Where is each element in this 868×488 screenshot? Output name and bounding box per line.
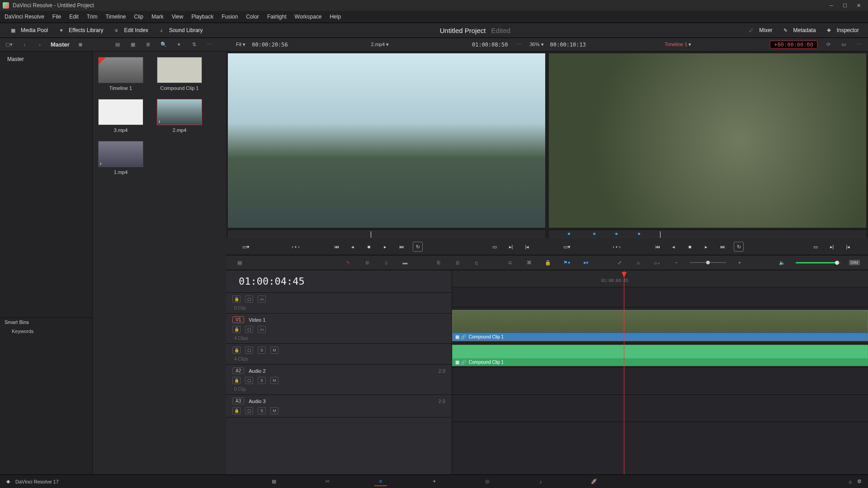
- zoom-in-button[interactable]: +: [734, 258, 745, 267]
- menu-trim[interactable]: Trim: [87, 14, 98, 20]
- audio-clip-label[interactable]: ▦ 🔗 Compound Clip 1: [453, 358, 868, 366]
- lock-icon[interactable]: 🔒: [232, 296, 241, 303]
- source-mode-dropdown[interactable]: ▭▾: [241, 242, 251, 252]
- loop-button[interactable]: ↻: [413, 242, 423, 252]
- selection-tool-button[interactable]: ↖: [343, 258, 354, 267]
- menu-view[interactable]: View: [172, 14, 184, 20]
- auto-select-icon[interactable]: ▢: [245, 347, 253, 354]
- mute-button[interactable]: M: [270, 347, 278, 354]
- dynamic-trim-button[interactable]: ⎀: [381, 258, 392, 267]
- rec-overlay-button[interactable]: ▭: [811, 242, 821, 252]
- mixer-toggle[interactable]: ☄ Mixer: [743, 26, 777, 34]
- menu-edit[interactable]: Edit: [69, 14, 79, 20]
- page-cut[interactable]: ✂: [321, 477, 334, 486]
- single-viewer-button[interactable]: ▭: [839, 40, 848, 49]
- track-header-v1[interactable]: V1Video 1 🔒▢▭ 4 Clips: [226, 314, 452, 344]
- track-header-a2[interactable]: A2Audio 22.0 🔒▢SM 0 Clip: [226, 365, 452, 395]
- menu-file[interactable]: File: [52, 14, 61, 20]
- clip-timeline-1[interactable]: Timeline 1: [98, 57, 143, 91]
- zoom-fit-dropdown[interactable]: Fit ▾: [236, 42, 245, 47]
- record-options-button[interactable]: ⋯: [854, 40, 863, 49]
- track-header-a1[interactable]: 🔒▢SM 4 Clips: [226, 344, 452, 365]
- smart-bin-keywords[interactable]: Keywords: [0, 327, 92, 336]
- custom-zoom-button[interactable]: ⌕▾: [652, 258, 663, 267]
- rec-loop-button[interactable]: ↻: [734, 242, 744, 252]
- current-bin[interactable]: Master: [51, 41, 70, 48]
- track-lanes[interactable]: ▦ 🔗 Compound Clip 1 ▦ 🔗 Compound Clip 1 …: [452, 270, 868, 474]
- search-button[interactable]: 🔍: [159, 40, 168, 49]
- lock-icon[interactable]: 🔒: [232, 377, 241, 384]
- inspector-toggle[interactable]: ✚ Inspector: [821, 26, 863, 34]
- menu-timeline[interactable]: Timeline: [105, 14, 126, 20]
- detail-zoom-button[interactable]: ⌕: [633, 258, 644, 267]
- blade-tool-button[interactable]: ▬: [400, 258, 410, 267]
- search-menu-button[interactable]: ▾: [175, 40, 184, 49]
- track-id-badge[interactable]: A3: [232, 398, 244, 404]
- record-mode-dropdown[interactable]: ▭▾: [562, 242, 572, 252]
- auto-select-icon[interactable]: ▢: [245, 326, 253, 333]
- playhead[interactable]: 01:00:04:45: [624, 270, 624, 474]
- project-settings-button[interactable]: ⚙: [857, 479, 862, 484]
- overlay-button[interactable]: ▭: [490, 242, 500, 252]
- zoom-out-button[interactable]: −: [671, 258, 682, 267]
- menu-color[interactable]: Color: [246, 14, 259, 20]
- page-fairlight[interactable]: ♪: [534, 477, 547, 486]
- goto-out-button[interactable]: |◂: [522, 242, 532, 252]
- nav-back-button[interactable]: ‹: [20, 40, 29, 49]
- record-match-frame-button[interactable]: ‹ • ›: [612, 242, 622, 252]
- source-scrub-bar[interactable]: [228, 230, 545, 239]
- volume-slider[interactable]: [796, 262, 841, 263]
- timecode-entry[interactable]: +00:00:00:00: [770, 41, 817, 49]
- lock-icon[interactable]: 🔒: [232, 347, 241, 354]
- rec-play-button[interactable]: ▸: [701, 242, 711, 252]
- lock-toggle-button[interactable]: 🔒: [542, 258, 553, 267]
- minimize-button[interactable]: ─: [825, 0, 838, 10]
- rec-stop-button[interactable]: ■: [685, 242, 695, 252]
- rec-goto-in-button[interactable]: ▸|: [827, 242, 837, 252]
- goto-in-button[interactable]: ▸|: [506, 242, 516, 252]
- bin-view-dropdown[interactable]: ▢▾: [5, 40, 14, 49]
- source-clip-name[interactable]: 2.mp4: [371, 42, 385, 47]
- track-header-v2[interactable]: 🔒▢▭ 0 Clip: [226, 293, 452, 314]
- lane-v2[interactable]: [452, 287, 868, 307]
- step-back-button[interactable]: ◂: [348, 242, 358, 252]
- solo-button[interactable]: S: [258, 407, 266, 414]
- menu-fairlight[interactable]: Fairlight: [267, 14, 287, 20]
- mute-button[interactable]: M: [270, 377, 278, 384]
- clip-3mp4[interactable]: ♪ 3.mp4: [98, 99, 143, 133]
- list-view-button[interactable]: ≣: [144, 40, 153, 49]
- clip-1mp4[interactable]: ♪ 1.mp4: [98, 141, 143, 175]
- menu-clip[interactable]: Clip: [134, 14, 143, 20]
- record-viewer-image[interactable]: [549, 53, 866, 228]
- sort-button[interactable]: ⇅: [190, 40, 199, 49]
- record-scrub-bar[interactable]: [549, 230, 866, 239]
- track-id-badge[interactable]: V1: [232, 316, 244, 323]
- rec-jump-start-button[interactable]: ⏮: [652, 242, 662, 252]
- replace-clip-button[interactable]: ⎌: [471, 258, 482, 267]
- zoom-slider[interactable]: [690, 262, 726, 263]
- smart-bins-header[interactable]: Smart Bins: [0, 317, 92, 327]
- sound-library-toggle[interactable]: ♪ Sound Library: [153, 26, 208, 34]
- auto-select-icon[interactable]: ▢: [245, 296, 253, 303]
- flag-dropdown-button[interactable]: ⚑▾: [561, 258, 572, 267]
- rec-step-back-button[interactable]: ◂: [669, 242, 679, 252]
- menu-help[interactable]: Help: [330, 14, 341, 20]
- stop-button[interactable]: ■: [364, 242, 374, 252]
- solo-button[interactable]: S: [258, 377, 266, 384]
- bypass-grades-button[interactable]: ⟳: [824, 40, 833, 49]
- full-extent-zoom-button[interactable]: ⤢: [614, 258, 625, 267]
- page-color[interactable]: ◎: [481, 477, 494, 486]
- track-enable-icon[interactable]: ▭: [258, 296, 266, 303]
- auto-select-icon[interactable]: ▢: [245, 377, 253, 384]
- options-button[interactable]: ⋯: [205, 40, 214, 49]
- close-button[interactable]: ✕: [852, 0, 865, 10]
- thumb-view-button[interactable]: ▤: [113, 40, 122, 49]
- clip-compound-1[interactable]: Compound Clip 1: [157, 57, 202, 91]
- clip-2mp4[interactable]: ♪ 2.mp4: [157, 99, 202, 133]
- insert-clip-button[interactable]: ⎘: [433, 258, 444, 267]
- rec-jump-end-button[interactable]: ⏭: [717, 242, 727, 252]
- auto-select-icon[interactable]: ▢: [245, 407, 253, 414]
- match-frame-button[interactable]: ‹ • ›: [291, 242, 301, 252]
- page-deliver[interactable]: 🚀: [588, 477, 600, 486]
- page-media[interactable]: ▦: [268, 477, 280, 486]
